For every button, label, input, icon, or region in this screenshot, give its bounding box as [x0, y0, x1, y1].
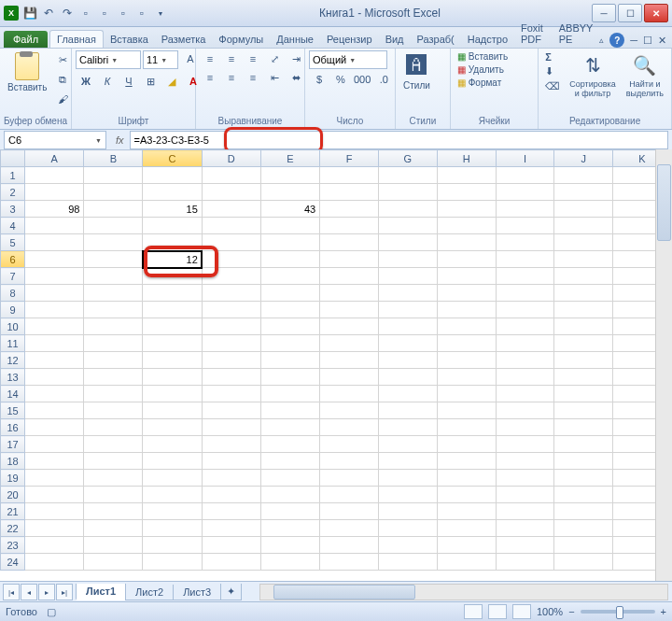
cell-I1[interactable] — [496, 167, 554, 184]
cell-G21[interactable] — [378, 503, 437, 520]
cell-B15[interactable] — [84, 402, 143, 419]
cell-E24[interactable] — [260, 554, 319, 571]
cell-D18[interactable] — [202, 453, 260, 470]
cell-B14[interactable] — [84, 386, 143, 402]
cell-H10[interactable] — [437, 318, 496, 335]
cell-B8[interactable] — [84, 285, 143, 302]
column-header-A[interactable]: A — [25, 150, 84, 167]
cell-G1[interactable] — [378, 167, 437, 184]
excel-app-icon[interactable]: X — [4, 6, 19, 21]
maximize-button[interactable]: ☐ — [618, 4, 642, 22]
sheet-tab-1[interactable]: Лист1 — [76, 584, 126, 600]
insert-cells-button[interactable]: ▦Вставить — [455, 50, 511, 63]
bold-button[interactable]: Ж — [76, 73, 96, 90]
find-select-button[interactable]: 🔍 Найти и выделить — [623, 50, 667, 101]
underline-button[interactable]: Ч — [119, 73, 139, 90]
column-header-I[interactable]: I — [496, 150, 554, 167]
cell-C19[interactable] — [143, 470, 202, 487]
macro-record-icon[interactable]: ▢ — [47, 606, 56, 618]
cell-G15[interactable] — [378, 402, 437, 419]
cell-B10[interactable] — [84, 318, 143, 335]
doc-min-icon[interactable]: ─ — [630, 35, 637, 46]
cell-G20[interactable] — [378, 487, 437, 503]
cell-C23[interactable] — [143, 537, 202, 554]
cell-I3[interactable] — [496, 201, 554, 218]
cell-J3[interactable] — [554, 201, 613, 218]
cell-D16[interactable] — [202, 419, 260, 436]
cell-F14[interactable] — [320, 386, 379, 402]
review-tab[interactable]: Рецензир — [320, 31, 379, 48]
cell-I11[interactable] — [496, 335, 554, 352]
cell-B19[interactable] — [84, 470, 143, 487]
cell-G4[interactable] — [378, 218, 437, 234]
cell-A17[interactable] — [25, 436, 84, 453]
cell-C10[interactable] — [143, 318, 202, 335]
cell-H13[interactable] — [437, 369, 496, 386]
cell-G7[interactable] — [378, 268, 437, 285]
cell-D19[interactable] — [202, 470, 260, 487]
cell-J20[interactable] — [554, 487, 613, 503]
cell-C9[interactable] — [143, 302, 202, 318]
cell-A22[interactable] — [25, 520, 84, 537]
cell-D11[interactable] — [202, 335, 260, 352]
cell-D20[interactable] — [202, 487, 260, 503]
cell-I4[interactable] — [496, 218, 554, 234]
cell-F17[interactable] — [320, 436, 379, 453]
border-icon[interactable]: ⊞ — [140, 73, 161, 90]
cell-A18[interactable] — [25, 453, 84, 470]
cell-F13[interactable] — [320, 369, 379, 386]
cell-H15[interactable] — [437, 402, 496, 419]
ribbon-min-icon[interactable]: ▵ — [599, 35, 604, 45]
cell-E8[interactable] — [260, 285, 319, 302]
cell-C22[interactable] — [143, 520, 202, 537]
cell-D22[interactable] — [202, 520, 260, 537]
autosum-button[interactable]: Σ — [542, 50, 563, 64]
cell-J7[interactable] — [554, 268, 613, 285]
cell-E7[interactable] — [260, 268, 319, 285]
cell-D5[interactable] — [202, 234, 260, 251]
cell-C11[interactable] — [143, 335, 202, 352]
home-tab[interactable]: Главная — [49, 30, 104, 48]
cell-B4[interactable] — [84, 218, 143, 234]
cell-G12[interactable] — [378, 352, 437, 369]
cell-J14[interactable] — [554, 386, 613, 402]
cell-D23[interactable] — [202, 537, 260, 554]
zoom-level[interactable]: 100% — [537, 606, 563, 617]
cell-I14[interactable] — [496, 386, 554, 402]
normal-view-icon[interactable] — [464, 604, 483, 619]
cell-E14[interactable] — [260, 386, 319, 402]
cell-E11[interactable] — [260, 335, 319, 352]
cell-H5[interactable] — [437, 234, 496, 251]
qat-btn[interactable]: ▫ — [116, 6, 131, 21]
cell-I6[interactable] — [496, 251, 554, 268]
zoom-slider[interactable] — [581, 610, 655, 614]
cell-H6[interactable] — [437, 251, 496, 268]
cell-E22[interactable] — [260, 520, 319, 537]
cell-A12[interactable] — [25, 352, 84, 369]
data-tab[interactable]: Данные — [270, 31, 320, 48]
styles-button[interactable]: 🅰 Стили — [399, 50, 434, 92]
addins-tab[interactable]: Надстро — [461, 31, 514, 48]
cell-B6[interactable] — [84, 251, 143, 268]
cell-F22[interactable] — [320, 520, 379, 537]
cell-E16[interactable] — [260, 419, 319, 436]
cell-F3[interactable] — [320, 201, 379, 218]
tab-nav-first-icon[interactable]: |◂ — [3, 584, 20, 600]
row-header-3[interactable]: 3 — [1, 201, 25, 218]
cell-I7[interactable] — [496, 268, 554, 285]
cell-I5[interactable] — [496, 234, 554, 251]
align-left-icon[interactable]: ≡ — [200, 69, 220, 86]
cell-I8[interactable] — [496, 285, 554, 302]
cell-E23[interactable] — [260, 537, 319, 554]
paste-button[interactable]: Вставить — [4, 50, 50, 94]
cell-I17[interactable] — [496, 436, 554, 453]
cell-G19[interactable] — [378, 470, 437, 487]
row-header-18[interactable]: 18 — [1, 453, 25, 470]
redo-icon[interactable]: ↷ — [60, 6, 75, 21]
font-size-combo[interactable]: 11▼ — [143, 50, 178, 69]
fx-icon[interactable]: fx — [116, 134, 124, 146]
cell-H17[interactable] — [437, 436, 496, 453]
cell-C4[interactable] — [143, 218, 202, 234]
cell-J24[interactable] — [554, 554, 613, 571]
cell-D8[interactable] — [202, 285, 260, 302]
